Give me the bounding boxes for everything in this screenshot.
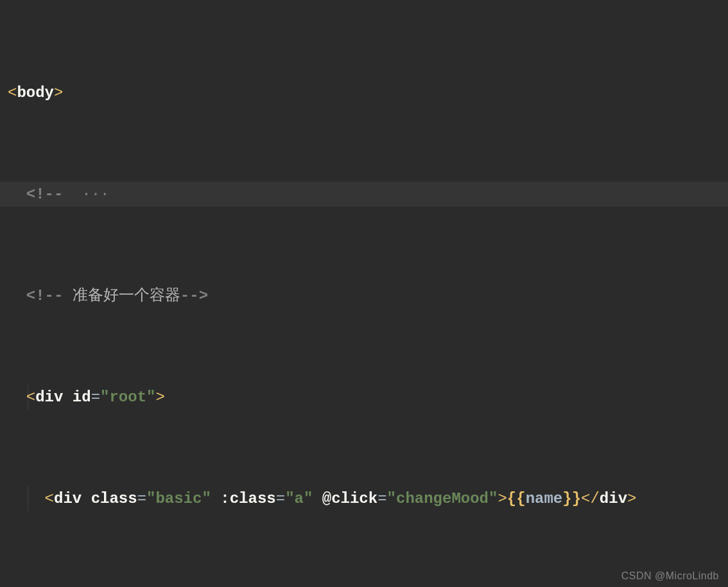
code-line: <!-- ··· <box>0 182 728 207</box>
code-line: <!-- 准备好一个容器--> <box>0 283 728 309</box>
code-line: <div id="root"> <box>0 385 728 410</box>
watermark-text: CSDN @MicroLindb <box>621 570 719 582</box>
code-line: <div class="basic" :class="a" @click="ch… <box>0 486 728 512</box>
code-editor[interactable]: <body> <!-- ··· <!-- 准备好一个容器--> <div id=… <box>0 0 728 587</box>
code-line: <body> <box>0 80 728 106</box>
